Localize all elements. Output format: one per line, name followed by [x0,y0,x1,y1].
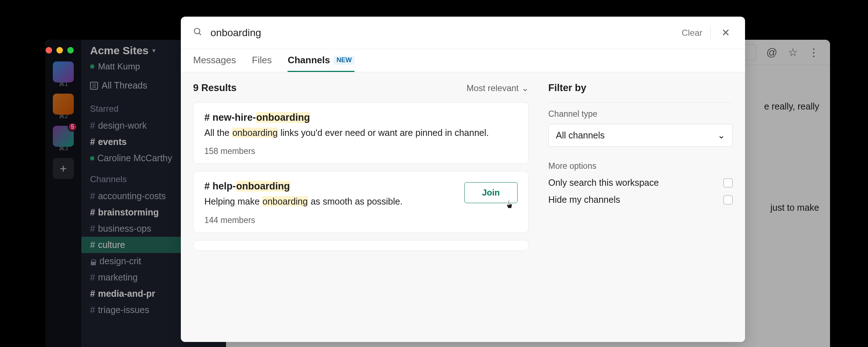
tab-files[interactable]: Files [252,55,272,72]
highlight: onboarding [232,128,278,138]
filters-column: Filter by Channel type All channels ⌄ Mo… [548,82,733,332]
window-minimize-icon[interactable] [56,47,63,53]
hash-icon: # [204,112,210,123]
more-options-header: More options [548,161,733,171]
results-count: 9 Results [193,82,237,94]
pointer-cursor-icon [506,200,514,212]
result-title: # new-hire-onboarding [204,112,518,123]
window-close-icon[interactable] [46,47,52,53]
tab-label: Channels [288,55,330,66]
result-members: 144 members [204,215,518,225]
highlight: onboarding [256,112,310,123]
divider [548,102,733,103]
search-results-panel: Clear ✕ Messages Files Channels NEW 9 Re… [181,17,745,342]
window-fullscreen-icon[interactable] [67,47,74,53]
highlight: onboarding [262,196,308,206]
tab-channels[interactable]: Channels NEW [288,55,354,72]
svg-line-1 [199,33,201,35]
search-icon [193,27,203,39]
clear-search-button[interactable]: Clear [682,28,702,38]
result-card[interactable] [193,240,529,251]
select-value: All channels [556,130,605,141]
close-icon[interactable]: ✕ [719,24,733,42]
filter-option-row[interactable]: Only search this workspace [548,177,733,188]
svg-point-0 [194,28,200,34]
result-card[interactable]: # new-hire-onboarding All the onboarding… [193,102,529,164]
divider [710,26,711,39]
search-tabs: Messages Files Channels NEW [181,49,745,72]
search-body: 9 Results Most relevant ⌄ # new-hire-onb… [181,72,745,342]
checkbox-label: Hide my channels [548,194,620,205]
checkbox[interactable] [723,178,733,188]
tab-messages[interactable]: Messages [193,55,236,72]
checkbox-label: Only search this workspace [548,177,659,188]
filter-option-row[interactable]: Hide my channels [548,194,733,205]
result-description: All the onboarding links you'd ever need… [204,126,518,139]
search-input[interactable] [210,27,674,39]
hash-icon: # [204,181,210,192]
window-traffic-lights [46,47,74,53]
highlight: onboarding [236,181,290,192]
results-column: 9 Results Most relevant ⌄ # new-hire-onb… [193,82,529,332]
results-header: 9 Results Most relevant ⌄ [193,82,529,94]
search-header: Clear ✕ [181,17,745,49]
chevron-down-icon: ⌄ [718,130,725,141]
result-members: 158 members [204,146,518,156]
new-badge: NEW [333,56,354,65]
chevron-down-icon: ⌄ [522,83,529,93]
checkbox[interactable] [723,195,733,205]
result-card[interactable]: # help-onboarding Helping make onboardin… [193,171,529,232]
filter-title: Filter by [548,82,733,94]
filter-group-label: Channel type [548,109,733,119]
sort-label: Most relevant [467,83,519,93]
sort-dropdown[interactable]: Most relevant ⌄ [467,83,529,93]
channel-type-select[interactable]: All channels ⌄ [548,124,733,147]
